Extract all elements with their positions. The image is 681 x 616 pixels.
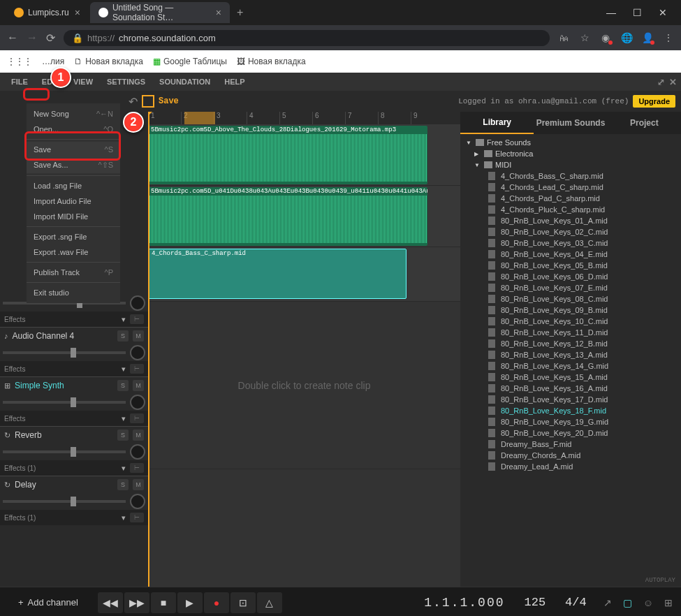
ruler-mark[interactable]: 6 — [312, 112, 345, 124]
menu-item[interactable]: Load .sng File — [27, 178, 120, 193]
pan-knob[interactable] — [130, 345, 145, 360]
playhead[interactable] — [148, 112, 149, 587]
back-icon[interactable]: ← — [7, 31, 18, 44]
time-signature[interactable]: 4/4 — [565, 596, 587, 609]
pan-knob[interactable] — [130, 494, 145, 509]
routing-icon[interactable]: ⊢ — [130, 513, 144, 522]
browser-tab-1[interactable]: Lumpics.ru × — [6, 2, 89, 23]
routing-icon[interactable]: ⊢ — [130, 314, 144, 324]
effects-dropdown[interactable]: Effects — [4, 415, 117, 423]
menu-item[interactable]: Export .wav File — [27, 244, 120, 260]
mute-button[interactable]: M — [133, 380, 144, 391]
close-icon[interactable]: × — [216, 7, 221, 18]
maximize-icon[interactable]: ☐ — [633, 7, 642, 18]
menu-item[interactable]: Save^S — [27, 142, 120, 157]
audio-clip[interactable]: 5Bmusic2pc.com5D_u041Du0438u043Au043Eu04… — [148, 187, 427, 246]
menu-file[interactable]: FILE — [4, 75, 35, 89]
bookmark-item[interactable]: 🖼 Новая вкладка — [237, 57, 306, 66]
globe-icon[interactable]: 🌐 — [621, 32, 632, 43]
add-channel-button[interactable]: +Add channel — [8, 597, 88, 608]
rewind-button[interactable]: ◀◀ — [98, 592, 123, 613]
routing-icon[interactable]: ⊢ — [130, 463, 144, 473]
pan-knob[interactable] — [130, 444, 145, 460]
loop-button[interactable]: ⊡ — [230, 592, 256, 613]
ruler-mark[interactable]: 5 — [279, 112, 312, 124]
tempo-display[interactable]: 125 — [524, 596, 545, 609]
save-icon[interactable] — [142, 95, 154, 108]
tree-file[interactable]: 80_RnB_Love_Keys_11_D.mid — [460, 327, 681, 338]
tree-file[interactable]: 80_RnB_Love_Keys_20_D.mid — [460, 427, 681, 439]
tree-file[interactable]: Dreamy_Bass_F.mid — [460, 439, 681, 450]
tree-folder[interactable]: ▼Free Sounds — [460, 137, 681, 148]
extension-icon[interactable]: ◉ — [600, 32, 611, 43]
channel-name[interactable]: Audio Channel 4 — [13, 331, 114, 341]
routing-icon[interactable]: ⊢ — [130, 364, 144, 374]
bookmark-item[interactable]: ▦ Google Таблицы — [153, 57, 227, 66]
midi-clip[interactable]: 4_Chords_Bass_C_sharp.mid — [148, 249, 407, 299]
tree-file[interactable]: Dreamy_Chords_A.mid — [460, 450, 681, 461]
reload-icon[interactable]: ⟳ — [46, 31, 55, 45]
effects-dropdown[interactable]: Effects — [4, 365, 117, 373]
menu-soundation[interactable]: SOUNDATION — [152, 75, 217, 89]
menu-item[interactable]: Export .sng File — [27, 229, 120, 244]
undo-icon[interactable]: ↶ — [129, 95, 138, 108]
solo-button[interactable]: S — [117, 479, 129, 490]
effects-dropdown[interactable]: Effects — [4, 316, 117, 323]
play-button[interactable]: ▶ — [177, 592, 203, 613]
smile-icon[interactable]: ☺ — [643, 597, 653, 608]
ruler-mark[interactable]: 8 — [378, 112, 411, 124]
bookmark-icon[interactable]: ☆ — [579, 32, 590, 43]
tree-folder[interactable]: ▼MIDI — [460, 159, 681, 170]
tree-file[interactable]: 4_Chords_Pluck_C_sharp.mid — [460, 204, 681, 215]
profile-icon[interactable]: 👤 — [642, 32, 653, 43]
tree-file[interactable]: 80_RnB_Love_Keys_05_B.mid — [460, 260, 681, 271]
record-button[interactable]: ● — [204, 592, 229, 613]
ruler-mark[interactable]: 3 — [214, 112, 247, 124]
tree-folder[interactable]: ▶Electronica — [460, 148, 681, 159]
menu-help[interactable]: HELP — [217, 75, 251, 89]
mute-button[interactable]: M — [133, 330, 144, 342]
channel-name[interactable]: Delay — [15, 480, 113, 490]
apps-icon[interactable]: ⋮⋮⋮ — [7, 57, 32, 66]
tree-file[interactable]: 80_RnB_Love_Keys_18_F.mid — [460, 405, 681, 416]
piano-icon[interactable]: ⊞ — [664, 597, 673, 608]
solo-button[interactable]: S — [117, 430, 129, 441]
browser-tab-2[interactable]: Untitled Song — Soundation St… × — [90, 2, 230, 23]
translate-icon[interactable]: 🗛 — [558, 32, 569, 43]
menu-item[interactable]: Exit studio — [27, 285, 120, 300]
tab-premium[interactable]: Premium Sounds — [534, 112, 607, 134]
tree-file[interactable]: Dreamy_Lead_A.mid — [460, 461, 681, 472]
tree-file[interactable]: 80_RnB_Love_Keys_17_D.mid — [460, 394, 681, 405]
bookmark-item[interactable]: 🗋 Новая вкладка — [74, 57, 143, 66]
tree-file[interactable]: 80_RnB_Love_Keys_10_C.mid — [460, 316, 681, 327]
tree-file[interactable]: 80_RnB_Love_Keys_14_G.mid — [460, 360, 681, 372]
effects-dropdown[interactable]: Effects (1) — [4, 514, 117, 522]
tree-file[interactable]: 80_RnB_Love_Keys_08_C.mid — [460, 293, 681, 305]
autoplay-toggle[interactable]: AUTOPLAY — [460, 574, 681, 587]
mute-button[interactable]: M — [133, 479, 144, 490]
tree-file[interactable]: 80_RnB_Love_Keys_01_A.mid — [460, 215, 681, 226]
url-input[interactable]: 🔒 https://chrome.soundation.com — [64, 30, 550, 46]
close-icon[interactable]: ✕ — [659, 7, 667, 18]
tree-file[interactable]: 80_RnB_Love_Keys_13_A.mid — [460, 349, 681, 360]
tab-library[interactable]: Library — [460, 112, 534, 134]
menu-edit[interactable]: EDIT — [35, 75, 66, 89]
channel-name[interactable]: Simple Synth — [15, 381, 113, 390]
solo-button[interactable]: S — [117, 380, 129, 391]
stop-button[interactable]: ■ — [151, 592, 176, 613]
tree-file[interactable]: 80_RnB_Love_Keys_19_G.mid — [460, 416, 681, 427]
menu-item[interactable]: Publish Track^P — [27, 265, 120, 280]
menu-view[interactable]: VIEW — [66, 75, 100, 89]
tab-project[interactable]: Project — [608, 112, 681, 134]
timeline[interactable]: 123456789 5Bmusic2pc.com5D_Above_The_Clo… — [148, 112, 460, 587]
tree-file[interactable]: 80_RnB_Love_Keys_02_C.mid — [460, 226, 681, 237]
minimize-icon[interactable]: — — [606, 7, 616, 18]
solo-button[interactable]: S — [117, 330, 129, 342]
mute-button[interactable]: M — [133, 430, 144, 441]
tree-file[interactable]: 80_RnB_Love_Keys_04_E.mid — [460, 249, 681, 260]
tree-file[interactable]: 80_RnB_Love_Keys_03_C.mid — [460, 237, 681, 249]
position-display[interactable]: 1.1.1.000 — [424, 596, 504, 610]
ruler-mark[interactable]: 1 — [148, 112, 181, 124]
tree-file[interactable]: 80_RnB_Love_Keys_16_A.mid — [460, 383, 681, 394]
tree-file[interactable]: 4_Chords_Lead_C_sharp.mid — [460, 182, 681, 193]
